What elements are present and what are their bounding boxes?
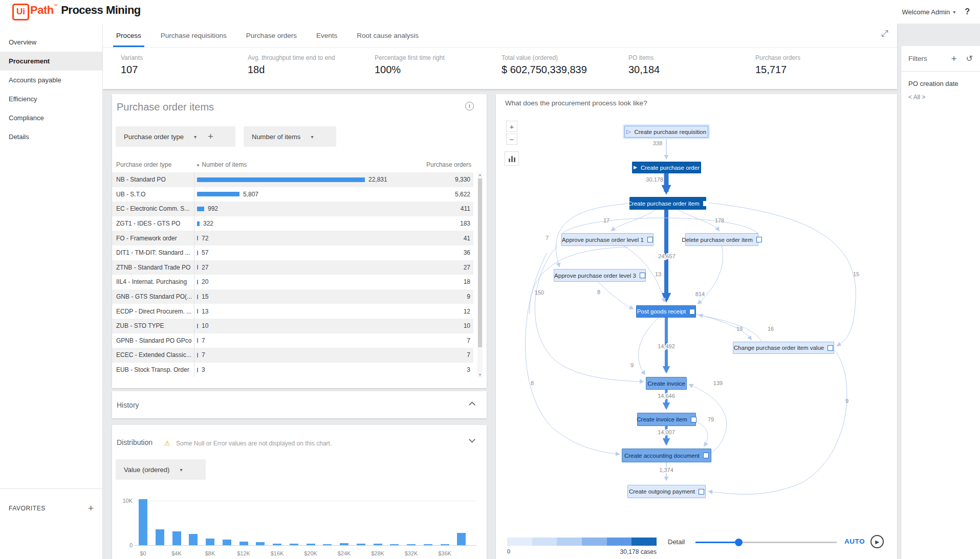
sidebar-item-compliance[interactable]: Compliance: [0, 108, 102, 127]
distribution-bar[interactable]: [206, 539, 214, 545]
sidebar-item-procurement[interactable]: Procurement: [0, 52, 102, 71]
distribution-bar[interactable]: [256, 542, 265, 545]
edge-label: 30,178: [646, 176, 663, 183]
table-row[interactable]: EC - Electronic Comm. S...992411: [112, 202, 473, 216]
distribution-bar[interactable]: [156, 529, 164, 545]
add-favorite-button[interactable]: +: [88, 503, 94, 514]
col-orders[interactable]: Purchase orders: [426, 161, 471, 168]
tab-purchase-requisitions[interactable]: Purchase requisitions: [160, 24, 228, 47]
po-card-title: Purchase order items: [117, 101, 214, 113]
table-header: Purchase order type ▼ Number of items Pu…: [116, 161, 471, 171]
edge-label: 14,646: [658, 393, 675, 399]
distribution-bar[interactable]: [290, 544, 298, 545]
tab-root-cause-analysis[interactable]: Root cause analysis: [356, 24, 420, 47]
reset-filters-icon[interactable]: ↺: [966, 54, 973, 63]
distribution-bar[interactable]: [239, 542, 248, 545]
process-node-order[interactable]: ▶Create purchase order: [632, 162, 701, 173]
sidebar-item-accounts-payable[interactable]: Accounts payable: [0, 71, 102, 90]
distribution-bar[interactable]: [390, 544, 399, 545]
favorites-label: FAVORITES: [9, 505, 46, 512]
add-dimension-button[interactable]: +: [208, 131, 213, 142]
case-frequency-legend[interactable]: [507, 538, 657, 546]
process-node-approve3[interactable]: Approve purchase order level 3: [554, 269, 646, 282]
edge-label: 150: [535, 289, 544, 296]
add-filter-button[interactable]: +: [951, 53, 956, 64]
table-row[interactable]: IIL4 - Internat. Purchasing2018: [112, 275, 473, 289]
tab-events[interactable]: Events: [315, 24, 338, 47]
distribution-bar[interactable]: [407, 544, 416, 545]
process-node-change[interactable]: Change purchase order item value: [733, 342, 834, 354]
edge-label: 7: [546, 235, 549, 241]
distribution-bar[interactable]: [323, 544, 332, 545]
process-node-req[interactable]: ▷Create purchase requisition: [624, 126, 708, 138]
table-row[interactable]: EUB - Stock Transp. Order33: [112, 363, 473, 377]
process-node-invitem[interactable]: Create invoice item: [637, 413, 696, 426]
process-node-post[interactable]: Post goods receipt: [636, 305, 696, 318]
expand-section-icon[interactable]: [469, 436, 475, 443]
tab-process[interactable]: Process: [115, 24, 142, 47]
play-animation-button[interactable]: ▶: [870, 535, 884, 548]
sidebar-item-overview[interactable]: Overview: [0, 33, 102, 52]
table-row[interactable]: GNB - GTS Standard PO(...159: [112, 289, 473, 304]
measure-chip[interactable]: Number of items ▾: [244, 126, 336, 147]
distribution-bar[interactable]: [307, 544, 315, 545]
distribution-bar[interactable]: [441, 544, 449, 545]
distribution-bar[interactable]: [424, 544, 432, 545]
distribution-bar[interactable]: [457, 533, 466, 545]
scroll-up-icon[interactable]: ▲: [478, 172, 482, 177]
table-row[interactable]: DIT1 - TM-DIT: Standard ...5736: [112, 245, 473, 260]
edge-label: 16: [768, 326, 774, 332]
scrollbar-thumb[interactable]: [478, 178, 482, 347]
checkbox-icon: [827, 345, 833, 351]
table-row[interactable]: FO - Framework order7241: [112, 231, 473, 245]
user-menu[interactable]: Welcome Admin ▾: [902, 8, 956, 16]
table-row[interactable]: UB - S.T.O5,8075,622: [112, 187, 473, 202]
process-node-outgoing[interactable]: Create outgoing payment: [627, 485, 706, 498]
edge-label: 9: [845, 398, 848, 404]
play-outline-icon: ▷: [626, 129, 630, 135]
distribution-bar[interactable]: [172, 531, 181, 545]
table-row[interactable]: ECDP - Direct Procurem. ...1312: [112, 304, 473, 319]
table-row[interactable]: ECEC - Extended Classic...77: [112, 348, 473, 363]
distribution-bar[interactable]: [340, 543, 349, 545]
table-row[interactable]: GPNB - Standard PO GPco77: [112, 333, 473, 348]
distribution-bar[interactable]: [273, 544, 281, 545]
distribution-bar[interactable]: [374, 544, 382, 545]
process-node-invoice[interactable]: Create invoice: [646, 377, 687, 390]
distribution-bar[interactable]: [357, 544, 365, 545]
table-row[interactable]: ZGT1 - IDES - GTS PO322183: [112, 216, 473, 231]
distribution-bar[interactable]: [139, 499, 147, 545]
process-node-acct[interactable]: Create accounting document: [622, 449, 711, 462]
auto-button[interactable]: AUTO: [844, 538, 865, 545]
sidebar-item-efficiency[interactable]: Efficiency: [0, 90, 102, 108]
info-icon[interactable]: i: [465, 102, 474, 110]
filter-group-po-creation-date[interactable]: PO creation date < All >: [901, 72, 980, 101]
process-node-delete[interactable]: Delete purchase order item: [685, 233, 758, 246]
checkbox-icon: [647, 237, 653, 242]
detail-slider[interactable]: [695, 542, 837, 543]
distribution-bar[interactable]: [189, 534, 198, 545]
kpi-percentage-first-time-right: Percentage first time right100%: [375, 54, 502, 76]
sidebar-item-details[interactable]: Details: [0, 127, 102, 146]
kpi-po-items: PO items30,184: [628, 54, 755, 76]
detail-slider-knob[interactable]: [735, 539, 743, 546]
history-card: History: [112, 391, 487, 418]
kpi-row: Variants107Avg. throughput time end to e…: [103, 48, 897, 76]
expand-icon[interactable]: ⤢: [881, 29, 972, 39]
col-items[interactable]: ▼ Number of items: [196, 161, 247, 168]
table-scrollbar[interactable]: ▲ ▼: [477, 172, 483, 377]
process-node-approve1[interactable]: Approve purchase order level 1: [561, 233, 654, 246]
dimension-chip[interactable]: Purchase order type ▾ +: [116, 126, 235, 147]
table-row[interactable]: ZUB - STO TYPE1010: [112, 319, 473, 333]
col-type[interactable]: Purchase order type: [116, 161, 171, 168]
process-node-item[interactable]: Create purchase order item: [629, 197, 706, 210]
edge-label: 8: [597, 289, 600, 295]
distribution-bar[interactable]: [223, 540, 231, 545]
help-icon[interactable]: ?: [965, 7, 970, 16]
scroll-down-icon[interactable]: ▼: [478, 372, 482, 377]
value-chip[interactable]: Value (ordered) ▾: [116, 459, 206, 480]
table-row[interactable]: ZTNB - Standard Trade PO2727: [112, 260, 473, 275]
table-row[interactable]: NB - Standard PO22,8319,330: [112, 172, 473, 187]
tab-purchase-orders[interactable]: Purchase orders: [245, 24, 298, 47]
collapse-icon[interactable]: [469, 401, 475, 408]
